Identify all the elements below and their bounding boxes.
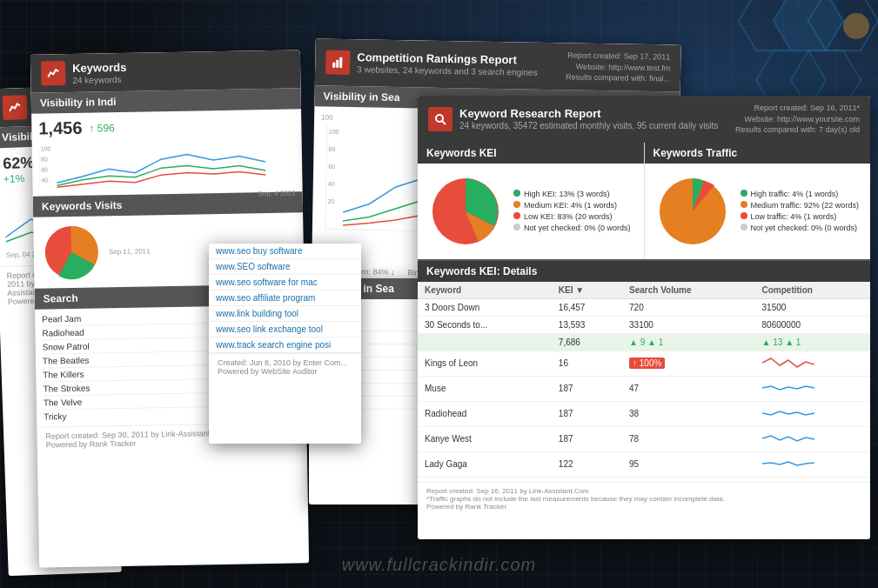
svg-rect-12 bbox=[332, 63, 335, 68]
link-item[interactable]: www.seo link exchange tool bbox=[209, 322, 361, 337]
legend-item: High traffic: 4% (1 words) bbox=[741, 190, 859, 198]
card-links: www.seo buy software www.SEO software ww… bbox=[209, 244, 361, 444]
table-row: Muse 187 47 bbox=[418, 376, 870, 401]
link-item[interactable]: www.seo affiliate program bbox=[209, 291, 361, 306]
card6-footer-report: Report created: Sep 16, 2011 by Link-Ass… bbox=[426, 487, 861, 495]
table-header-kei: KEI ▼ bbox=[552, 282, 622, 299]
table-row: 30 Seconds to... 13,593 33100 80600000 bbox=[418, 316, 870, 333]
card2-title: Keywords bbox=[72, 60, 126, 74]
cell-search: 47 bbox=[622, 376, 755, 401]
cell-search: 720 bbox=[622, 298, 755, 316]
table-header-keyword: Keyword bbox=[418, 282, 552, 299]
cell-search: 38 bbox=[622, 401, 755, 426]
cell-competition bbox=[755, 376, 870, 401]
svg-text:60: 60 bbox=[328, 163, 335, 169]
cell-competition: 80600000 bbox=[755, 316, 870, 333]
card6-section-traffic: Keywords Traffic bbox=[645, 143, 871, 164]
legend-item: Low KEI: 83% (20 words) bbox=[513, 212, 631, 221]
svg-line-6 bbox=[39, 144, 40, 188]
link-item[interactable]: www.SEO software bbox=[209, 259, 361, 275]
cell-kei: 16 bbox=[552, 351, 622, 376]
svg-text:60: 60 bbox=[41, 166, 48, 172]
card6-subtitle: 24 keywords, 35472 estimated monthly vis… bbox=[459, 121, 718, 130]
table-row: Kanye West 187 78 bbox=[418, 426, 870, 451]
card6-traffic-pie bbox=[653, 172, 732, 251]
cell-kei: 187 bbox=[552, 376, 622, 401]
svg-rect-14 bbox=[339, 57, 342, 68]
card2-chart-label2: Sep 11, 2011 bbox=[109, 247, 151, 256]
table-header-competition: Competition bbox=[755, 282, 870, 299]
legend-item: Not yet checked: 0% (0 words) bbox=[513, 224, 631, 232]
card2-stat-up: ↑ 596 bbox=[89, 122, 115, 135]
card6-data-table: Keyword KEI ▼ Search Volume Competition … bbox=[418, 282, 870, 482]
svg-text:40: 40 bbox=[328, 180, 335, 186]
cell-competition bbox=[755, 351, 870, 376]
cell-keyword: Lady Gaga bbox=[418, 451, 552, 477]
card6-footer: Report created: Sep 16, 2011 by Link-Ass… bbox=[418, 482, 870, 515]
legend-item: High KEI: 13% (3 words) bbox=[513, 190, 631, 198]
card6-icon bbox=[428, 107, 452, 131]
cell-kei: 7,686 bbox=[552, 333, 622, 351]
card4-meta-compared: Results compared with: final... bbox=[566, 72, 670, 85]
card2-stats: 1,456 ↑ 596 bbox=[31, 109, 302, 144]
card6-charts-row: Keywords KEI High KEI: 13% (3 words) Med… bbox=[418, 143, 870, 261]
card1-icon bbox=[3, 95, 28, 120]
card6-traffic-section: Keywords Traffic High traffic: 4% (1 wor… bbox=[645, 143, 871, 259]
svg-point-22 bbox=[436, 115, 443, 122]
cell-keyword: Radiohead bbox=[418, 401, 552, 426]
svg-text:40: 40 bbox=[41, 177, 48, 183]
table-row: 7,686 ▲ 9 ▲ 1 ▲ 13 ▲ 1 bbox=[418, 333, 870, 351]
card6-meta: Report created: Sep 16, 2011* Website: h… bbox=[735, 103, 860, 136]
card6-footer-note: *Traffic graphs do not include the last … bbox=[426, 495, 861, 503]
svg-rect-13 bbox=[336, 60, 338, 68]
card2-subtitle: 24 keywords bbox=[72, 74, 126, 84]
cell-search: 95 bbox=[622, 451, 755, 477]
cell-competition bbox=[755, 426, 870, 451]
card4-myspace-trend: ↓ bbox=[391, 268, 395, 277]
card6-table-container: Keyword KEI ▼ Search Volume Competition … bbox=[418, 282, 870, 482]
card2-header: Keywords 24 keywords bbox=[30, 50, 301, 92]
cell-kei: 16,457 bbox=[552, 298, 622, 316]
card6-kei-content: High KEI: 13% (3 words) Medium KEI: 4% (… bbox=[418, 164, 644, 259]
table-row: Radiohead 187 38 bbox=[418, 401, 870, 426]
card6-title: Keyword Research Report bbox=[459, 107, 718, 120]
legend-item: Not yet checked: 0% (0 words) bbox=[741, 224, 859, 232]
card4-meta: Report created: Sep 17, 2011 Website: ht… bbox=[566, 50, 671, 84]
card3-footer: Created: Jun 8, 2010 by Enter Com... Pow… bbox=[209, 353, 361, 380]
card2-pie-chart bbox=[40, 221, 102, 283]
link-item[interactable]: www.track search engine posi bbox=[209, 337, 361, 353]
card6-traffic-legend: High traffic: 4% (1 words) Medium traffi… bbox=[732, 190, 859, 232]
svg-text:80: 80 bbox=[328, 145, 335, 151]
cell-search: 33100 bbox=[622, 316, 755, 333]
link-item[interactable]: www.seo software for mac bbox=[209, 275, 361, 291]
cell-keyword: Kanye West bbox=[418, 426, 552, 451]
cell-competition bbox=[755, 451, 870, 477]
svg-text:100: 100 bbox=[41, 145, 51, 151]
legend-item: Medium KEI: 4% (1 words) bbox=[513, 201, 631, 210]
legend-item: Medium traffic: 92% (22 words) bbox=[741, 201, 859, 210]
card6-header: Keyword Research Report 24 keywords, 354… bbox=[418, 96, 870, 143]
cell-kei: 187 bbox=[552, 401, 622, 426]
card2-icon bbox=[41, 61, 65, 85]
link-item[interactable]: www.seo buy software bbox=[209, 244, 361, 259]
cell-kei: 13,593 bbox=[552, 316, 622, 333]
link-item[interactable]: www.link building tool bbox=[209, 306, 361, 322]
svg-text:20: 20 bbox=[327, 197, 334, 204]
card2-bar-chart: 100 80 60 40 Sep, 4 2011 bbox=[32, 139, 303, 196]
card3-footer-powered: Powered by WebSite Auditor bbox=[218, 367, 352, 376]
cell-search: ↑ 100% bbox=[622, 351, 755, 376]
cell-keyword: Muse bbox=[418, 376, 552, 401]
cell-keyword bbox=[418, 333, 552, 351]
table-row: Lady Gaga 122 95 bbox=[418, 451, 870, 477]
legend-item: Low traffic: 4% (1 words) bbox=[741, 212, 859, 221]
card6-meta-compared: Results compared with: 7 day(s) old bbox=[735, 124, 860, 136]
card2-stat-number: 1,456 bbox=[38, 118, 82, 139]
card-keyword-research: Keyword Research Report 24 keywords, 354… bbox=[418, 96, 870, 539]
cell-kei: 187 bbox=[552, 426, 622, 451]
card4-header: Competition Rankings Report 3 websites, … bbox=[315, 38, 681, 91]
cell-search: 78 bbox=[622, 426, 755, 451]
cell-keyword: 30 Seconds to... bbox=[418, 316, 552, 333]
card3-footer-created: Created: Jun 8, 2010 by Enter Com... bbox=[218, 358, 352, 367]
table-row: 3 Doors Down 16,457 720 31500 bbox=[418, 298, 870, 316]
card6-section-details: Keywords KEI: Details bbox=[418, 261, 870, 282]
